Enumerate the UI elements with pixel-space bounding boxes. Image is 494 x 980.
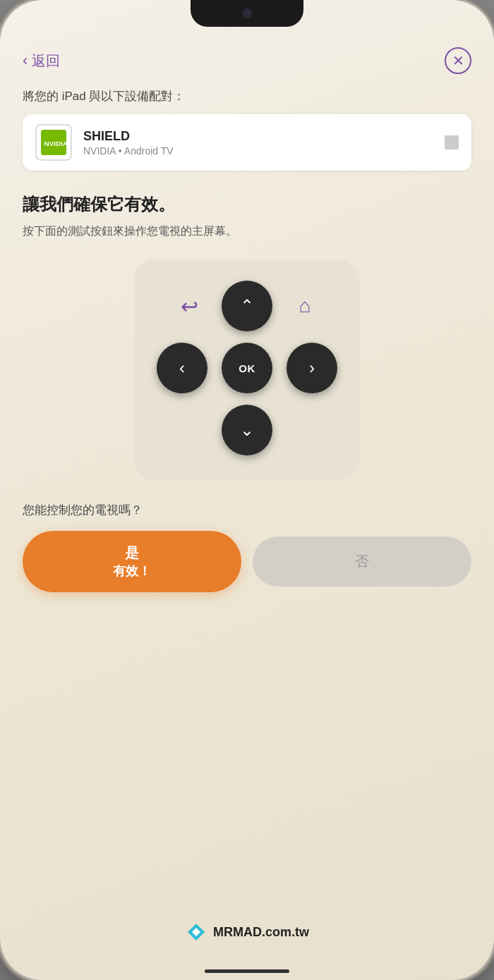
device-info: SHIELD NVIDIA • Android TV <box>83 129 433 157</box>
watermark-logo-icon <box>185 921 207 943</box>
device-signal-icon <box>445 135 459 149</box>
watermark: MRMAD.com.tw <box>185 921 309 943</box>
pair-label: 將您的 iPad 與以下設備配對： <box>23 88 471 104</box>
svg-text:NVIDIA: NVIDIA <box>44 140 67 147</box>
back-remote-button[interactable]: ↩ <box>171 288 207 324</box>
content: ‹ 返回 ✕ 將您的 iPad 與以下設備配對： NVIDIA S <box>0 39 494 945</box>
down-button[interactable]: ⌄ <box>222 405 272 455</box>
bottom-bar <box>0 945 494 980</box>
remote-control: ↩ ⌃ ⌂ ‹ OK <box>134 259 360 481</box>
nvidia-logo-icon: NVIDIA <box>41 130 66 155</box>
back-chevron-icon: ‹ <box>23 51 28 70</box>
remote-row-middle: ‹ OK › <box>157 343 337 393</box>
instruction-desc: 按下面的測試按鈕來操作您電視的主屏幕。 <box>23 223 471 240</box>
no-label: 否 <box>355 552 369 571</box>
down-arrow-icon: ⌄ <box>240 420 254 440</box>
yes-button[interactable]: 是 有效！ <box>23 531 241 592</box>
phone-notch <box>191 0 303 27</box>
device-sub: NVIDIA • Android TV <box>83 145 433 157</box>
yes-line2: 有效！ <box>113 563 151 580</box>
ok-button[interactable]: OK <box>222 343 272 393</box>
no-button[interactable]: 否 <box>253 537 471 587</box>
home-indicator <box>205 969 289 973</box>
remote-row-bottom: ⌄ <box>222 405 272 455</box>
ok-label: OK <box>239 362 255 374</box>
yes-line1: 是 <box>125 544 139 563</box>
close-button[interactable]: ✕ <box>445 47 471 74</box>
remote-row-top: ↩ ⌃ ⌂ <box>171 281 323 331</box>
up-button[interactable]: ⌃ <box>222 281 272 331</box>
screen: ‹ 返回 ✕ 將您的 iPad 與以下設備配對： NVIDIA S <box>0 0 494 980</box>
instruction-title: 讓我們確保它有效。 <box>23 193 471 216</box>
up-arrow-icon: ⌃ <box>240 296 254 316</box>
phone-frame: ‹ 返回 ✕ 將您的 iPad 與以下設備配對： NVIDIA S <box>0 0 494 980</box>
back-label: 返回 <box>32 51 60 71</box>
home-remote-button[interactable]: ⌂ <box>287 288 323 324</box>
close-icon: ✕ <box>452 54 464 68</box>
action-row: 是 有效！ 否 <box>23 531 471 592</box>
back-button[interactable]: ‹ 返回 <box>23 51 60 71</box>
watermark-text: MRMAD.com.tw <box>213 925 309 940</box>
right-arrow-icon: › <box>309 358 315 378</box>
back-remote-icon: ↩ <box>181 294 198 319</box>
left-button[interactable]: ‹ <box>157 343 207 393</box>
header: ‹ 返回 ✕ <box>23 39 471 88</box>
device-name: SHIELD <box>83 129 433 144</box>
right-button[interactable]: › <box>287 343 337 393</box>
device-icon: NVIDIA <box>35 124 72 161</box>
left-arrow-icon: ‹ <box>179 358 185 378</box>
phone-camera <box>242 8 252 18</box>
question-label: 您能控制您的電視嗎？ <box>23 502 471 518</box>
device-card: NVIDIA SHIELD NVIDIA • Android TV <box>23 114 471 171</box>
home-remote-icon: ⌂ <box>299 295 311 317</box>
